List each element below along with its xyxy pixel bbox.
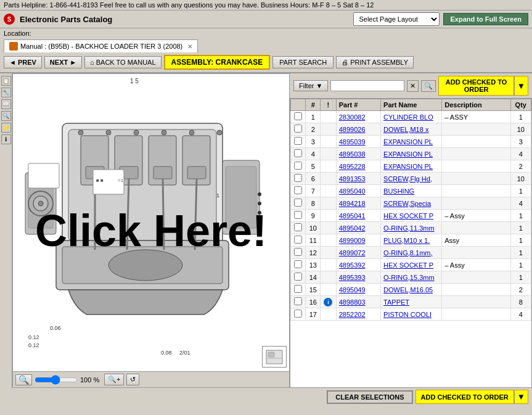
part-name-link[interactable]: O-RING,11.3mm: [383, 224, 435, 232]
page-layout-select[interactable]: Select Page Layout: [353, 12, 440, 26]
row-checkbox-cell[interactable]: [291, 123, 306, 136]
row-part-num[interactable]: 4898803: [336, 296, 380, 308]
row-checkbox[interactable]: [294, 310, 302, 318]
row-checkbox-cell[interactable]: [291, 234, 306, 247]
part-number-link[interactable]: 4899009: [339, 237, 366, 244]
part-number-link[interactable]: 4895393: [339, 274, 366, 281]
row-checkbox-cell[interactable]: [291, 111, 306, 123]
row-checkbox[interactable]: [294, 236, 302, 244]
add-checked-dropdown-button[interactable]: ▼: [514, 76, 528, 96]
filter-input[interactable]: [330, 80, 404, 91]
row-checkbox-cell[interactable]: [291, 197, 306, 210]
row-checkbox[interactable]: [294, 125, 302, 133]
filter-clear-button[interactable]: ✕: [407, 80, 419, 92]
sidebar-icon-3[interactable]: 📖: [1, 99, 11, 109]
row-checkbox-cell[interactable]: [291, 148, 306, 160]
row-checkbox-cell[interactable]: [291, 185, 306, 197]
row-part-num[interactable]: 4899009: [336, 234, 380, 247]
row-part-num[interactable]: 4895039: [336, 136, 380, 148]
part-number-link[interactable]: 4895041: [339, 212, 366, 220]
row-checkbox[interactable]: [294, 273, 302, 281]
row-checkbox-cell[interactable]: [291, 222, 306, 234]
row-part-num[interactable]: 4899026: [336, 123, 380, 136]
part-name-link[interactable]: CYLINDER BLO: [383, 113, 433, 121]
row-checkbox-cell[interactable]: [291, 247, 306, 259]
row-checkbox[interactable]: [294, 260, 302, 268]
row-part-num[interactable]: 4895040: [336, 185, 380, 197]
part-number-link[interactable]: 4899026: [339, 126, 366, 133]
zoom-out-button[interactable]: 🔍: [15, 374, 32, 385]
part-number-link[interactable]: 4895228: [339, 163, 366, 170]
row-checkbox[interactable]: [294, 211, 302, 219]
row-checkbox[interactable]: [294, 149, 302, 157]
minimap-button[interactable]: [262, 346, 287, 368]
zoom-in-button[interactable]: 🔍+: [104, 374, 124, 385]
row-part-num[interactable]: 4895042: [336, 222, 380, 234]
row-part-num[interactable]: 4895038: [336, 148, 380, 160]
print-assembly-button[interactable]: 🖨 PRINT ASSEMBLY: [336, 56, 414, 68]
part-number-link[interactable]: 4895049: [339, 286, 366, 294]
row-checkbox-cell[interactable]: [291, 271, 306, 284]
part-number-link[interactable]: 4895392: [339, 261, 366, 269]
row-part-num[interactable]: 4899072: [336, 247, 380, 259]
part-name-link[interactable]: EXPANSION PL: [383, 163, 433, 170]
row-checkbox-cell[interactable]: [291, 296, 306, 308]
part-number-link[interactable]: 2852202: [339, 311, 366, 318]
sidebar-icon-5[interactable]: ⭐: [1, 123, 11, 133]
part-name-link[interactable]: SCREW,Specia: [383, 200, 431, 207]
part-number-link[interactable]: 4895038: [339, 150, 366, 158]
row-checkbox-cell[interactable]: [291, 160, 306, 173]
part-number-link[interactable]: 4895040: [339, 187, 366, 195]
part-name-link[interactable]: O-RING,15.3mm: [383, 274, 435, 281]
row-part-num[interactable]: 2830082: [336, 111, 380, 123]
bottom-add-checked-button[interactable]: ADD CHECKED TO ORDER: [415, 390, 514, 404]
row-part-num[interactable]: 4895041: [336, 210, 380, 222]
row-checkbox[interactable]: [294, 162, 302, 170]
part-number-link[interactable]: 4891353: [339, 175, 366, 183]
part-name-link[interactable]: SCREW,Flg Hd,: [383, 175, 432, 183]
row-checkbox[interactable]: [294, 137, 302, 145]
part-name-link[interactable]: EXPANSION PL: [383, 138, 433, 146]
clear-selections-button[interactable]: CLEAR SELECTIONS: [327, 390, 412, 404]
back-to-manual-button[interactable]: ⌂ BACK TO MANUAL: [84, 56, 161, 68]
row-checkbox-cell[interactable]: [291, 173, 306, 185]
row-checkbox-cell[interactable]: [291, 284, 306, 296]
row-checkbox-cell[interactable]: [291, 308, 306, 321]
part-number-link[interactable]: 4895042: [339, 224, 366, 232]
part-number-link[interactable]: 4898803: [339, 298, 366, 306]
next-button[interactable]: NEXT ►: [44, 56, 82, 68]
part-name-link[interactable]: EXPANSION PL: [383, 150, 433, 158]
part-name-link[interactable]: DOWEL,M16.05: [383, 286, 433, 294]
row-part-num[interactable]: 2852202: [336, 308, 380, 321]
row-checkbox-cell[interactable]: [291, 136, 306, 148]
row-checkbox[interactable]: [294, 199, 302, 207]
manual-tab[interactable]: Manual : (B95B) - BACKHOE LOADER TIER 3 …: [4, 39, 198, 52]
filter-search-button[interactable]: 🔍: [421, 80, 436, 92]
row-checkbox[interactable]: [294, 112, 302, 120]
row-checkbox[interactable]: [294, 186, 302, 194]
zoom-slider[interactable]: [35, 375, 78, 385]
part-name-link[interactable]: BUSHING: [383, 187, 414, 195]
part-name-link[interactable]: O-RING,8.1mm,: [383, 249, 432, 257]
sidebar-icon-4[interactable]: 🔍: [1, 111, 11, 121]
row-checkbox[interactable]: [294, 285, 302, 293]
part-number-link[interactable]: 4894218: [339, 200, 366, 207]
sidebar-icon-2[interactable]: 🔧: [1, 88, 11, 97]
row-part-num[interactable]: 4894218: [336, 197, 380, 210]
row-part-num[interactable]: 4895392: [336, 259, 380, 271]
part-name-link[interactable]: HEX SOCKET P: [383, 212, 433, 220]
expand-fullscreen-button[interactable]: Expand to Full Screen: [443, 13, 528, 25]
part-number-link[interactable]: 4895039: [339, 138, 366, 146]
row-checkbox[interactable]: [294, 174, 302, 182]
part-number-link[interactable]: 2830082: [339, 113, 366, 121]
part-number-link[interactable]: 4899072: [339, 249, 366, 257]
sidebar-icon-6[interactable]: ℹ: [1, 134, 11, 144]
row-checkbox-cell[interactable]: [291, 259, 306, 271]
row-checkbox-cell[interactable]: [291, 210, 306, 222]
part-name-link[interactable]: PISTON COOLI: [383, 311, 432, 318]
zoom-reset-button[interactable]: ↺: [126, 374, 139, 385]
part-name-link[interactable]: PLUG,M10 x 1.: [383, 237, 430, 244]
prev-button[interactable]: ◄ PREV: [4, 56, 42, 68]
info-icon[interactable]: i: [324, 298, 332, 306]
row-part-num[interactable]: 4895393: [336, 271, 380, 284]
